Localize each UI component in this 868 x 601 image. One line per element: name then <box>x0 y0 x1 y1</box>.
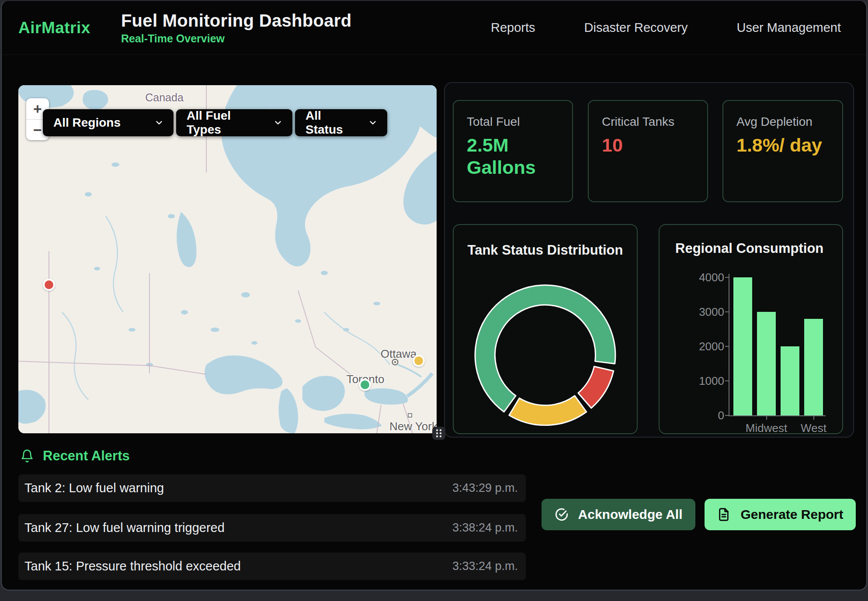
x-tick-label: West <box>801 421 826 434</box>
marker-normal[interactable] <box>359 379 371 391</box>
alert-time: 3:38:24 p.m. <box>452 521 518 535</box>
marker-warning[interactable] <box>413 355 425 367</box>
chevron-down-icon <box>273 118 283 128</box>
fuel-type-filter-value: All Fuel Types <box>187 109 261 137</box>
alert-text: Tank 27: Low fuel warning triggered <box>24 521 225 535</box>
recent-alerts-title: Recent Alerts <box>43 448 130 464</box>
nav-item-disaster-recovery[interactable]: Disaster Recovery <box>584 21 688 35</box>
y-tick-label: 0 <box>660 409 724 422</box>
y-axis <box>729 274 729 416</box>
stat-value: 1.8%/ day <box>736 134 829 156</box>
main-nav: Reports Disaster Recovery User Managemen… <box>491 21 841 35</box>
fuel-type-filter-dropdown[interactable]: All Fuel Types <box>176 109 292 136</box>
stat-card-critical-tanks: Critical Tanks 10 <box>588 100 708 202</box>
x-tick-mark <box>766 416 767 420</box>
stat-value: 10 <box>602 134 694 156</box>
check-circle-icon <box>555 508 569 522</box>
stat-label: Total Fuel <box>467 115 559 129</box>
stat-value: 2.5M Gallons <box>467 134 559 178</box>
map-panel[interactable]: Canada Ottawa Toronto New York + − All R… <box>18 85 437 433</box>
y-tick-mark <box>725 346 729 347</box>
generate-report-label: Generate Report <box>740 507 843 522</box>
stat-card-avg-depletion: Avg Depletion 1.8%/ day <box>722 100 843 202</box>
bar-region-2 <box>757 312 776 415</box>
bar-region-4 <box>804 319 823 415</box>
tank-status-chart-card: Tank Status Distribution <box>453 224 638 434</box>
tank-status-donut-chart <box>454 225 637 433</box>
alert-row[interactable]: Tank 2: Low fuel warning 3:43:29 p.m. <box>18 474 526 502</box>
town-square-icon <box>408 413 412 418</box>
y-tick-label: 4000 <box>660 271 724 284</box>
bar-region-3 <box>781 346 799 415</box>
region-filter-dropdown[interactable]: All Regions <box>43 109 174 136</box>
stat-label: Critical Tanks <box>602 115 694 129</box>
recent-alerts-heading: Recent Alerts <box>20 448 130 464</box>
x-tick-label: Midwest <box>746 421 787 434</box>
yellow-segment <box>509 396 587 425</box>
regional-consumption-chart-card: Regional Consumption 40003000200010000Mi… <box>659 224 843 434</box>
app-logo: AirMatrix <box>18 19 90 37</box>
chevron-down-icon <box>368 118 378 128</box>
generate-report-button[interactable]: Generate Report <box>705 499 856 530</box>
acknowledge-all-button[interactable]: Acknowledge All <box>542 499 695 530</box>
alert-row[interactable]: Tank 27: Low fuel warning triggered 3:38… <box>18 514 526 542</box>
town-marker-icon <box>391 358 399 366</box>
stat-card-total-fuel: Total Fuel 2.5M Gallons <box>453 100 573 202</box>
status-filter-dropdown[interactable]: All Status <box>295 109 387 136</box>
x-tick-mark <box>813 416 814 420</box>
dashboard-window: AirMatrix Fuel Monitoring Dashboard Real… <box>1 0 867 591</box>
page-subtitle: Real-Time Overview <box>121 32 351 45</box>
bell-icon <box>20 448 34 464</box>
marker-critical[interactable] <box>43 279 55 291</box>
header: AirMatrix Fuel Monitoring Dashboard Real… <box>2 1 866 55</box>
alert-row[interactable]: Tank 15: Pressure threshold exceeded 3:3… <box>18 553 526 580</box>
y-tick-mark <box>725 415 729 416</box>
y-tick-label: 1000 <box>660 374 724 388</box>
red-segment <box>578 366 614 408</box>
chevron-down-icon <box>154 118 164 128</box>
map-label-newyork: New York <box>389 420 437 433</box>
document-icon <box>717 508 731 522</box>
x-axis <box>729 415 826 416</box>
map-filters: All Regions All Fuel Types All Status <box>43 109 387 136</box>
y-tick-mark <box>725 277 729 278</box>
y-tick-mark <box>725 380 729 381</box>
overview-panel: Total Fuel 2.5M Gallons Critical Tanks 1… <box>444 82 854 438</box>
page-title-block: Fuel Monitoring Dashboard Real-Time Over… <box>121 11 351 45</box>
status-filter-value: All Status <box>306 109 356 137</box>
y-tick-label: 2000 <box>660 340 724 353</box>
bar-region-1 <box>733 277 752 415</box>
map-label-canada: Canada <box>145 91 184 104</box>
stat-label: Avg Depletion <box>736 115 829 129</box>
page-title: Fuel Monitoring Dashboard <box>121 11 351 31</box>
regional-consumption-bar-chart: 40003000200010000MidwestWest <box>660 225 842 433</box>
alert-time: 3:43:29 p.m. <box>452 481 518 495</box>
acknowledge-all-label: Acknowledge All <box>578 507 683 522</box>
nav-item-reports[interactable]: Reports <box>491 21 535 35</box>
region-filter-value: All Regions <box>53 116 121 130</box>
alert-text: Tank 15: Pressure threshold exceeded <box>24 559 241 573</box>
y-tick-label: 3000 <box>660 305 724 319</box>
y-tick-mark <box>725 311 729 312</box>
alert-text: Tank 2: Low fuel warning <box>24 481 164 495</box>
resize-grip-icon[interactable] <box>432 427 445 440</box>
alert-time: 3:33:24 p.m. <box>452 560 518 573</box>
nav-item-user-management[interactable]: User Management <box>736 21 841 35</box>
